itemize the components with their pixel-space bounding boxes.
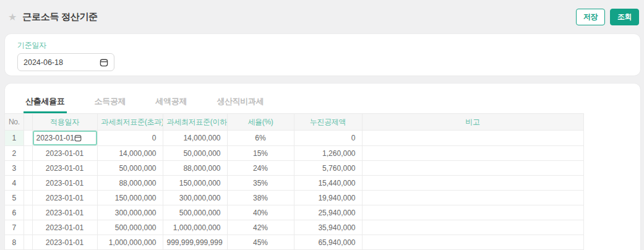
apply-date-editor[interactable]: 2023-01-01: [33, 131, 97, 145]
progressive-deduction-cell[interactable]: 5,760,000: [294, 161, 362, 176]
tax-base-over-cell[interactable]: 88,000,000: [97, 176, 163, 191]
calendar-icon[interactable]: [74, 134, 92, 142]
apply-date-cell[interactable]: 2023-01-01: [32, 176, 97, 191]
tax-rate-cell[interactable]: 15%: [227, 146, 294, 161]
row-number-cell[interactable]: 5: [5, 191, 24, 205]
row-number-cell[interactable]: 8: [5, 235, 24, 250]
progressive-deduction-cell[interactable]: 65,940,000: [294, 235, 362, 250]
tax-rate-cell[interactable]: 35%: [227, 176, 294, 191]
tax-base-over-cell[interactable]: 150,000,000: [97, 191, 163, 205]
row-select-cell[interactable]: [24, 191, 32, 205]
table-row: 32023-01-0150,000,00088,000,00024%5,760,…: [5, 161, 583, 176]
tab-tax-credit[interactable]: 세액공제: [153, 93, 189, 113]
row-number-cell[interactable]: 2: [5, 146, 24, 161]
apply-date-cell[interactable]: 2023-01-01: [32, 191, 97, 205]
tax-rate-cell[interactable]: 6%: [227, 131, 294, 146]
tax-base-under-cell[interactable]: 500,000,000: [163, 205, 227, 220]
row-number-cell[interactable]: 1: [5, 131, 24, 146]
apply-date-cell[interactable]: 2023-01-01: [32, 205, 97, 220]
calendar-icon[interactable]: [100, 58, 108, 67]
col-header-apply-date: 적용일자: [32, 114, 97, 131]
tab-bar: 산출세율표 소득공제 세액공제 생산직비과세: [5, 84, 640, 113]
tax-rate-table: No. 적용일자 과세최저표준(초과) 과세최저표준(이하) 세율(%) 누진공…: [5, 113, 584, 250]
table-row: 62023-01-01300,000,000500,000,00040%25,9…: [5, 205, 583, 220]
tax-base-under-cell[interactable]: 50,000,000: [163, 146, 227, 161]
note-cell[interactable]: [362, 161, 583, 176]
row-select-cell[interactable]: [24, 146, 32, 161]
tax-rate-cell[interactable]: 40%: [227, 205, 294, 220]
note-cell[interactable]: [362, 191, 583, 205]
tax-base-under-cell[interactable]: 300,000,000: [163, 191, 227, 205]
base-date-input[interactable]: 2024-06-18: [17, 53, 114, 71]
content-panel: 산출세율표 소득공제 세액공제 생산직비과세 No. 적용일자 과세최저표준(초…: [5, 84, 640, 250]
base-date-label: 기준일자: [17, 40, 628, 51]
note-cell[interactable]: [362, 131, 583, 146]
save-button[interactable]: 저장: [576, 9, 605, 25]
tax-rate-cell[interactable]: 45%: [227, 235, 294, 250]
tax-base-under-cell[interactable]: 150,000,000: [163, 176, 227, 191]
note-cell[interactable]: [362, 205, 583, 220]
tax-base-under-cell[interactable]: 999,999,999,999: [163, 235, 227, 250]
note-cell[interactable]: [362, 220, 583, 235]
progressive-deduction-cell[interactable]: 15,440,000: [294, 176, 362, 191]
page-title: 근로소득 정산기준: [22, 11, 97, 23]
apply-date-cell[interactable]: 2023-01-01: [32, 220, 97, 235]
tax-base-over-cell[interactable]: 1,000,000,000: [97, 235, 163, 250]
col-header-note: 비고: [362, 114, 583, 131]
table-row: 52023-01-01150,000,000300,000,00038%19,9…: [5, 191, 583, 205]
favorite-star-icon[interactable]: ★: [8, 12, 17, 22]
table-row: 12023-01-01014,000,0006%0: [5, 131, 583, 146]
tax-rate-cell[interactable]: 24%: [227, 161, 294, 176]
toolbar: 저장 조회: [576, 9, 639, 25]
row-number-cell[interactable]: 7: [5, 220, 24, 235]
tax-base-over-cell[interactable]: 500,000,000: [97, 220, 163, 235]
search-button[interactable]: 조회: [610, 9, 639, 25]
table-row: 22023-01-0114,000,00050,000,00015%1,260,…: [5, 146, 583, 161]
table-row: 82023-01-011,000,000,000999,999,999,9994…: [5, 235, 583, 250]
row-select-cell[interactable]: [24, 176, 32, 191]
apply-date-cell[interactable]: 2023-01-01: [32, 161, 97, 176]
base-date-value: 2024-06-18: [24, 58, 100, 67]
apply-date-cell[interactable]: 2023-01-01: [32, 146, 97, 161]
row-number-cell[interactable]: 6: [5, 205, 24, 220]
col-header-tax-base-over: 과세최저표준(초과): [97, 114, 163, 131]
note-cell[interactable]: [362, 176, 583, 191]
progressive-deduction-cell[interactable]: 0: [294, 131, 362, 146]
apply-date-value: 2023-01-01: [36, 134, 74, 142]
col-header-tax-base-under: 과세최저표준(이하): [163, 114, 227, 131]
progressive-deduction-cell[interactable]: 19,940,000: [294, 191, 362, 205]
tax-base-over-cell[interactable]: 50,000,000: [97, 161, 163, 176]
tab-calculated-tax-rate[interactable]: 산출세율표: [24, 93, 67, 113]
tax-base-over-cell[interactable]: 300,000,000: [97, 205, 163, 220]
tab-production-tax-exempt[interactable]: 생산직비과세: [215, 93, 265, 113]
progressive-deduction-cell[interactable]: 1,260,000: [294, 146, 362, 161]
tax-base-under-cell[interactable]: 88,000,000: [163, 161, 227, 176]
tax-rate-cell[interactable]: 42%: [227, 220, 294, 235]
row-number-cell[interactable]: 3: [5, 161, 24, 176]
col-header-no: No.: [5, 114, 24, 131]
apply-date-cell[interactable]: 2023-01-01: [32, 131, 97, 146]
tax-base-under-cell[interactable]: 14,000,000: [163, 131, 227, 146]
table-header-row: No. 적용일자 과세최저표준(초과) 과세최저표준(이하) 세율(%) 누진공…: [5, 114, 583, 131]
apply-date-cell[interactable]: 2023-01-01: [32, 235, 97, 250]
row-select-cell[interactable]: [24, 235, 32, 250]
tax-rate-cell[interactable]: 38%: [227, 191, 294, 205]
filter-panel: 기준일자 2024-06-18: [5, 34, 640, 75]
rate-table-body: 12023-01-01014,000,0006%022023-01-0114,0…: [5, 131, 583, 250]
row-select-cell[interactable]: [24, 131, 32, 146]
row-number-cell[interactable]: 4: [5, 176, 24, 191]
table-row: 72023-01-01500,000,0001,000,000,00042%35…: [5, 220, 583, 235]
page-header: ★ 근로소득 정산기준 저장 조회: [0, 0, 644, 34]
note-cell[interactable]: [362, 146, 583, 161]
note-cell[interactable]: [362, 235, 583, 250]
progressive-deduction-cell[interactable]: 35,940,000: [294, 220, 362, 235]
row-select-cell[interactable]: [24, 220, 32, 235]
tab-income-deduction[interactable]: 소득공제: [93, 93, 128, 113]
table-row: 42023-01-0188,000,000150,000,00035%15,44…: [5, 176, 583, 191]
tax-base-over-cell[interactable]: 14,000,000: [97, 146, 163, 161]
row-select-cell[interactable]: [24, 161, 32, 176]
tax-base-over-cell[interactable]: 0: [97, 131, 163, 146]
progressive-deduction-cell[interactable]: 25,940,000: [294, 205, 362, 220]
row-select-cell[interactable]: [24, 205, 32, 220]
tax-base-under-cell[interactable]: 1,000,000,000: [163, 220, 227, 235]
